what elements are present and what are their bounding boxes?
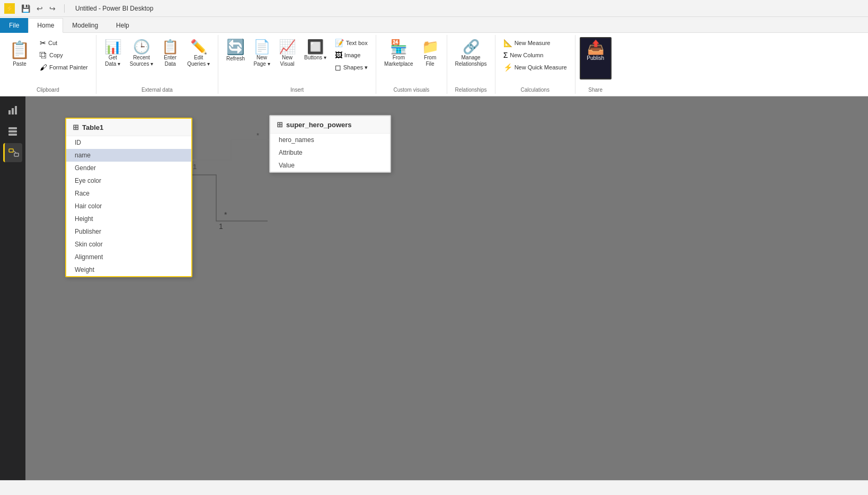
svg-rect-2: [15, 106, 17, 114]
from-marketplace-button[interactable]: 🏪 FromMarketplace: [380, 37, 417, 79]
ribbon-group-insert: 🔄 Refresh 📄 NewPage ▾ 📈 NewVisual 🔲 Butt…: [218, 35, 376, 94]
field-publisher[interactable]: Publisher: [66, 225, 191, 238]
new-visual-icon: 📈: [279, 40, 296, 54]
recent-sources-label: RecentSources ▾: [130, 55, 153, 67]
get-data-button[interactable]: 📊 GetData ▾: [101, 37, 125, 79]
tab-help[interactable]: Help: [107, 18, 138, 33]
field-eye-color[interactable]: Eye color: [66, 174, 191, 187]
nav-model[interactable]: [3, 143, 22, 162]
from-file-label: FromFile: [424, 55, 436, 67]
field-height[interactable]: Height: [66, 213, 191, 225]
relationships-label: Relationships: [451, 86, 491, 94]
manage-relationships-label: ManageRelationships: [455, 55, 487, 67]
edit-queries-label: EditQueries ▾: [187, 55, 210, 67]
field-hair-color[interactable]: Hair color: [66, 200, 191, 213]
shapes-button[interactable]: ◻ Shapes ▾: [331, 61, 371, 73]
field-name[interactable]: name: [66, 149, 191, 162]
quick-access-toolbar: 💾 ↩ ↪: [19, 3, 58, 14]
new-quick-measure-label: New Quick Measure: [515, 64, 567, 70]
new-quick-measure-icon: ⚡: [503, 63, 512, 72]
format-painter-icon: 🖌: [40, 63, 47, 72]
paste-button[interactable]: 📋 Paste: [4, 37, 35, 79]
left-navigation: [0, 96, 25, 480]
enter-data-icon: 📋: [162, 40, 179, 54]
calculations-small-btns: 📐 New Measure Σ New Column ⚡ New Quick M…: [500, 37, 571, 73]
format-painter-label: Format Painter: [49, 64, 88, 70]
field-skin-color[interactable]: Skin color: [66, 238, 191, 251]
calculations-content: 📐 New Measure Σ New Column ⚡ New Quick M…: [500, 35, 571, 86]
svg-rect-0: [8, 110, 11, 114]
buttons-button[interactable]: 🔲 Buttons ▾: [300, 37, 330, 79]
relationships-content: 🔗 ManageRelationships: [451, 35, 491, 86]
new-measure-button[interactable]: 📐 New Measure: [500, 37, 571, 49]
paste-label: Paste: [13, 61, 26, 67]
svg-text:1: 1: [219, 222, 223, 231]
publish-label: Publish: [587, 55, 604, 61]
field-hero-names[interactable]: hero_names: [270, 134, 390, 146]
svg-rect-3: [8, 127, 17, 129]
tab-home[interactable]: Home: [28, 18, 63, 33]
svg-rect-5: [8, 134, 17, 136]
svg-rect-4: [8, 130, 17, 132]
from-file-button[interactable]: 📁 FromFile: [418, 37, 442, 79]
status-bar: [0, 480, 868, 495]
ribbon-group-external-data: 📊 GetData ▾ 🕒 RecentSources ▾ 📋 EnterDat…: [96, 35, 218, 94]
custom-visuals-content: 🏪 FromMarketplace 📁 FromFile: [380, 35, 442, 86]
external-data-content: 📊 GetData ▾ 🕒 RecentSources ▾ 📋 EnterDat…: [101, 35, 214, 86]
ribbon: 📋 Paste ✂ Cut ⿻ Copy 🖌 Format Painter Cl…: [0, 33, 868, 96]
text-box-button[interactable]: 📝 Text box: [331, 37, 371, 49]
svg-rect-1: [12, 108, 14, 114]
tab-modeling[interactable]: Modeling: [63, 18, 107, 33]
enter-data-button[interactable]: 📋 EnterData: [158, 37, 182, 79]
table2-box[interactable]: ⊞ super_hero_powers hero_names Attribute…: [269, 115, 391, 173]
edit-queries-button[interactable]: ✏️ EditQueries ▾: [183, 37, 214, 79]
recent-sources-button[interactable]: 🕒 RecentSources ▾: [126, 37, 157, 79]
refresh-button[interactable]: 🔄 Refresh: [223, 37, 249, 79]
new-page-button[interactable]: 📄 NewPage ▾: [250, 37, 274, 79]
cut-label: Cut: [48, 40, 57, 46]
cut-icon: ✂: [40, 39, 46, 47]
field-alignment[interactable]: Alignment: [66, 251, 191, 263]
new-visual-label: NewVisual: [280, 55, 295, 67]
new-visual-button[interactable]: 📈 NewVisual: [275, 37, 299, 79]
nav-data[interactable]: [3, 122, 22, 141]
format-painter-button[interactable]: 🖌 Format Painter: [36, 61, 92, 73]
table2-name: super_hero_powers: [286, 121, 352, 129]
table1-icon: ⊞: [73, 123, 79, 131]
clipboard-small-btns: ✂ Cut ⿻ Copy 🖌 Format Painter: [36, 37, 92, 73]
new-column-label: New Column: [510, 52, 543, 58]
field-weight[interactable]: Weight: [66, 263, 191, 276]
nav-report[interactable]: [3, 101, 22, 120]
manage-relationships-button[interactable]: 🔗 ManageRelationships: [451, 37, 491, 79]
svg-rect-7: [14, 153, 19, 156]
new-quick-measure-button[interactable]: ⚡ New Quick Measure: [500, 61, 571, 73]
from-marketplace-icon: 🏪: [390, 40, 407, 54]
field-gender[interactable]: Gender: [66, 162, 191, 174]
redo-button[interactable]: ↪: [47, 3, 58, 14]
ribbon-group-clipboard: 📋 Paste ✂ Cut ⿻ Copy 🖌 Format Painter Cl…: [0, 35, 96, 94]
field-attribute[interactable]: Attribute: [270, 146, 390, 159]
field-id[interactable]: ID: [66, 136, 191, 149]
from-file-icon: 📁: [422, 40, 439, 54]
table1-box[interactable]: ⊞ Table1 ID name Gender Eye color Race H…: [65, 118, 192, 277]
clipboard-content: 📋 Paste ✂ Cut ⿻ Copy 🖌 Format Painter: [4, 35, 92, 86]
ribbon-group-relationships: 🔗 ManageRelationships Relationships: [447, 35, 495, 94]
image-button[interactable]: 🖼 Image: [331, 49, 371, 61]
table1-header: ⊞ Table1: [66, 119, 191, 136]
save-button[interactable]: 💾: [19, 3, 32, 14]
buttons-label: Buttons ▾: [304, 55, 326, 61]
field-race[interactable]: Race: [66, 187, 191, 200]
tab-file[interactable]: File: [0, 18, 28, 33]
field-value[interactable]: Value: [270, 159, 390, 172]
image-icon: 🖼: [335, 51, 342, 59]
shapes-icon: ◻: [335, 63, 341, 72]
copy-button[interactable]: ⿻ Copy: [36, 49, 92, 61]
publish-button[interactable]: 📤 Publish: [580, 37, 612, 79]
cut-button[interactable]: ✂ Cut: [36, 37, 92, 49]
new-page-icon: 📄: [253, 40, 270, 54]
new-column-button[interactable]: Σ New Column: [500, 49, 571, 61]
edit-queries-icon: ✏️: [190, 40, 207, 54]
canvas[interactable]: * 1 ⊞ Table1 ID name Gender Eye color Ra…: [25, 96, 868, 480]
title-bar: ⚡ 💾 ↩ ↪ Untitled - Power BI Desktop: [0, 0, 868, 17]
undo-button[interactable]: ↩: [34, 3, 45, 14]
